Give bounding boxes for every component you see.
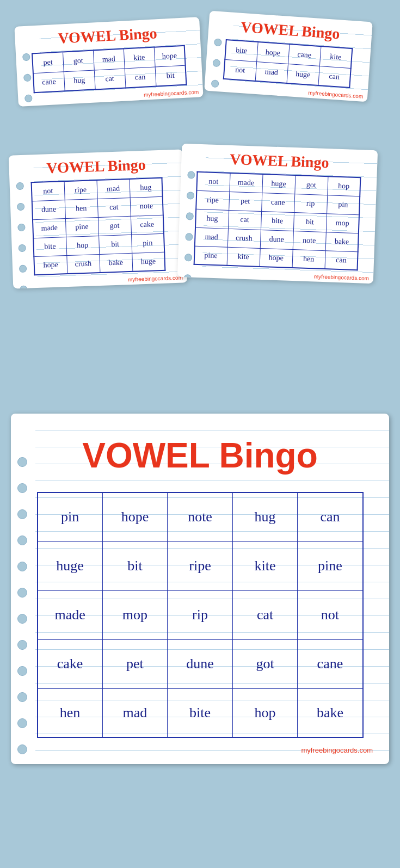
card-2-grid: bite hope cane kite not mad huge can (223, 39, 353, 88)
grid-cell: mad (93, 49, 125, 70)
grid-cell: cat (228, 210, 261, 230)
hole (17, 535, 27, 545)
hole (17, 666, 27, 676)
grid-cell: hop (232, 688, 298, 737)
holes-2 (205, 38, 222, 102)
grid-cell: bake (325, 232, 359, 251)
grid-cell: cane (261, 193, 294, 212)
grid-cell: can (318, 66, 350, 88)
grid-cell: hope (260, 248, 293, 268)
holes-main (17, 457, 27, 764)
grid-cell: pet (102, 639, 168, 688)
grid-cell: got (232, 639, 298, 688)
main-card-grid: pin hope note hug can huge bit ripe kite… (37, 492, 364, 738)
grid-cell: dune (168, 639, 233, 688)
grid-cell: hug (195, 209, 229, 229)
main-bingo-card: VOWEL Bingo pin hope note hug can huge b… (11, 414, 389, 764)
grid-cell: dune (260, 230, 293, 249)
grid-cell: bite (33, 237, 66, 256)
grid-cell: bit (155, 65, 187, 87)
card-3-watermark: myfreebingocards.com (13, 274, 187, 288)
grid-cell: cake (38, 639, 103, 688)
grid-cell: got (98, 216, 131, 236)
main-card-watermark: myfreebingocards.com (11, 746, 389, 759)
bingo-card-2: VOWEL Bingo bite hope cane kite not mad … (204, 11, 373, 102)
grid-cell: hope (102, 493, 168, 541)
grid-cell: got (294, 175, 328, 195)
holes-3 (16, 182, 32, 289)
grid-cell: huge (132, 252, 165, 272)
grid-cell: hen (38, 688, 103, 737)
grid-cell: rip (294, 194, 327, 213)
grid-cell: note (293, 231, 326, 250)
hole (214, 38, 222, 46)
hole (185, 233, 193, 241)
hole (19, 265, 27, 273)
table-row: hen mad bite hop bake (38, 688, 363, 737)
grid-cell: hug (64, 70, 95, 91)
bingo-card-3: VOWEL Bingo not ripe mad hug dune hen ca… (9, 149, 187, 288)
grid-cell: not (298, 590, 363, 639)
grid-cell: hen (292, 249, 325, 269)
table-row: cake pet dune got cane (38, 639, 363, 688)
grid-cell: cat (232, 590, 298, 639)
grid-cell: bake (298, 688, 363, 737)
grid-cell: crush (227, 229, 261, 248)
table-row: hope crush bake huge (34, 252, 165, 275)
hole (17, 203, 24, 211)
grid-cell: hug (232, 493, 298, 541)
grid-cell: kite (232, 541, 298, 590)
grid-cell: bit (102, 541, 168, 590)
card-1-grid: pet got mad kite hope cane hug cat can b… (32, 45, 187, 94)
grid-cell: dune (32, 200, 65, 219)
grid-cell: pin (38, 493, 103, 541)
grid-cell: mad (102, 688, 168, 737)
grid-cell: mad (97, 179, 130, 199)
grid-cell: bit (99, 235, 132, 254)
hole (23, 74, 32, 82)
hole (17, 692, 27, 702)
grid-cell: note (130, 196, 163, 216)
grid-cell: pin (131, 233, 164, 253)
table-row: pin hope note hug can (38, 493, 363, 541)
hole (17, 588, 27, 598)
top-cards-section: VOWEL Bingo pet got mad kite hope cane h… (11, 11, 389, 403)
hole (17, 224, 25, 231)
hole (212, 59, 220, 67)
bingo-card-1: VOWEL Bingo pet got mad kite hope cane h… (14, 17, 203, 107)
hole (22, 53, 30, 61)
holes-4 (181, 171, 195, 284)
grid-cell: hope (34, 255, 67, 275)
grid-cell: hug (129, 178, 162, 198)
grid-cell: kite (227, 247, 260, 267)
grid-cell: ripe (168, 541, 233, 590)
card-4-watermark: myfreebingocards.com (177, 269, 373, 284)
hole (187, 192, 194, 199)
grid-cell: kite (319, 46, 352, 68)
grid-cell: hen (65, 199, 98, 218)
grid-cell: note (168, 493, 233, 541)
grid-cell: cat (97, 198, 131, 217)
bottom-section: VOWEL Bingo pin hope note hug can huge b… (11, 414, 389, 764)
table-row: made mop rip cat not (38, 590, 363, 639)
grid-cell: cat (94, 69, 126, 90)
grid-cell: mad (255, 61, 288, 83)
grid-cell: pet (32, 52, 64, 73)
card-3-grid: not ripe mad hug dune hen cat note made … (31, 177, 166, 275)
grid-cell: hop (66, 236, 99, 255)
grid-cell: cake (131, 215, 164, 235)
hole (17, 562, 27, 571)
grid-cell: pin (327, 195, 360, 214)
main-card-title: VOWEL Bingo (11, 414, 389, 492)
grid-cell: pine (194, 246, 227, 266)
grid-cell: hop (327, 176, 360, 196)
grid-cell: pine (298, 541, 363, 590)
grid-cell: bite (225, 40, 257, 61)
grid-cell: ripe (196, 190, 229, 210)
grid-cell: rip (168, 590, 233, 639)
grid-cell: cane (288, 44, 321, 66)
grid-cell: can (325, 250, 358, 270)
grid-cell: made (229, 173, 262, 193)
hole (17, 640, 27, 650)
grid-cell: made (33, 218, 66, 238)
